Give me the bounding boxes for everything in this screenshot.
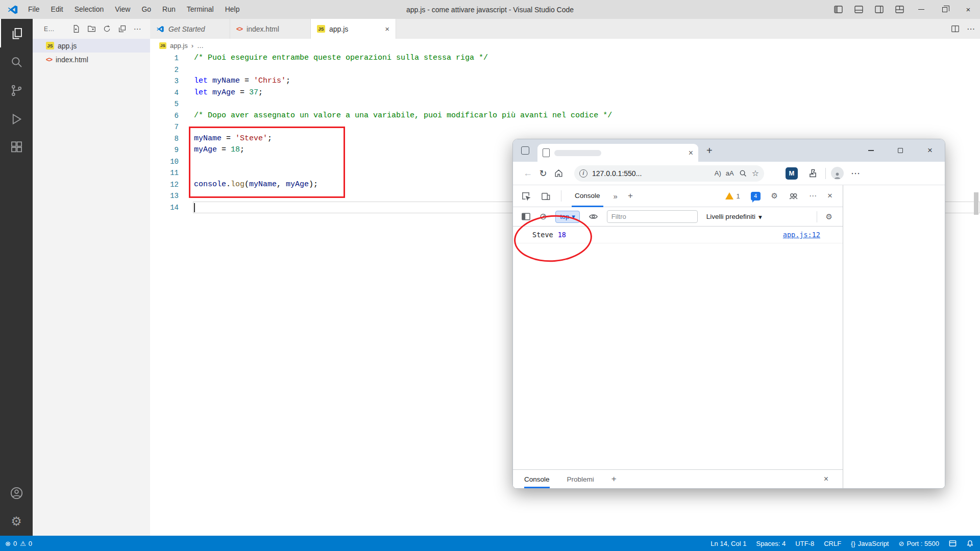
tab-actions-icon[interactable] [521, 146, 529, 155]
add-panel-icon[interactable]: + [628, 191, 633, 201]
console-filter-input[interactable] [607, 210, 698, 223]
explorer-more-actions-icon[interactable]: ⋯ [130, 22, 145, 36]
code-line-7[interactable] [194, 121, 980, 133]
new-folder-icon[interactable] [84, 22, 99, 36]
drawer-close-icon[interactable]: × [824, 474, 828, 484]
favorites-star-icon[interactable]: ☆ [752, 168, 759, 178]
close-tab-icon[interactable]: × [689, 148, 693, 158]
console-sidebar-icon[interactable] [521, 212, 531, 221]
javascript-context-dropdown[interactable]: top ▾ [555, 211, 580, 223]
minimize-button[interactable] [910, 0, 933, 19]
devtools-close-icon[interactable]: × [827, 191, 832, 201]
browser-tab[interactable]: × [537, 144, 698, 162]
log-levels-dropdown[interactable]: Livelli predefiniti ▾ [706, 213, 762, 221]
eye-icon[interactable] [589, 212, 598, 221]
code-line-4[interactable]: let myAge = 37; [194, 87, 980, 99]
home-icon[interactable] [551, 166, 566, 181]
live-server-port[interactable]: ⊘ Port : 5500 [898, 540, 939, 547]
tab-app-js[interactable]: JS app.js × [311, 19, 396, 39]
eol-sequence[interactable]: CRLF [824, 540, 841, 547]
customize-layout-icon[interactable] [889, 0, 910, 19]
page-content[interactable] [843, 185, 945, 488]
search-activity-icon[interactable] [0, 47, 33, 76]
code-line-2[interactable] [194, 64, 980, 76]
toggle-secondary-sidebar-icon[interactable] [869, 0, 889, 19]
devtools-settings-gear-icon[interactable]: ⚙ [771, 191, 778, 201]
breadcrumb-file[interactable]: app.js [170, 42, 188, 49]
breadcrumb[interactable]: JS app.js › … [150, 39, 980, 53]
menu-run[interactable]: Run [157, 0, 181, 19]
restore-button[interactable] [933, 0, 957, 19]
language-mode[interactable]: {} JavaScript [851, 540, 889, 547]
cursor-position[interactable]: Ln 14, Col 1 [710, 540, 746, 547]
translate-icon[interactable]: aA [726, 169, 734, 177]
code-line-3[interactable]: let myName = 'Chris'; [194, 76, 980, 87]
drawer-add-tab-icon[interactable]: + [611, 474, 617, 484]
devtools-more-menu-icon[interactable]: ⋯ [809, 191, 817, 201]
profile-avatar[interactable] [831, 167, 844, 180]
console-panel-tab[interactable]: Console [572, 185, 603, 207]
breadcrumb-more[interactable]: … [197, 42, 204, 49]
new-file-icon[interactable] [68, 22, 84, 36]
browser-close-button[interactable]: × [915, 139, 945, 162]
tab-index-html[interactable]: <> index.html [230, 19, 311, 39]
code-line-5[interactable] [194, 98, 980, 110]
source-control-activity-icon[interactable] [0, 76, 33, 105]
indentation[interactable]: Spaces: 4 [756, 540, 786, 547]
device-toolbar-icon[interactable] [541, 191, 551, 201]
file-item-indexhtml[interactable]: <> index.html [33, 53, 150, 66]
browser-more-menu-icon[interactable]: ⋯ [848, 166, 863, 181]
toggle-sidebar-icon[interactable] [828, 0, 848, 19]
menu-file[interactable]: File [22, 0, 45, 19]
read-aloud-icon[interactable]: A) [715, 169, 721, 177]
back-icon[interactable]: ← [520, 166, 535, 181]
more-panels-icon[interactable]: » [614, 192, 618, 201]
address-bar[interactable]: i 127.0.0.1:550... A) aA ☆ [574, 165, 764, 182]
warnings-indicator[interactable]: ⚠ 0 [20, 540, 32, 547]
drawer-tab-console[interactable]: Console [524, 470, 550, 488]
zoom-icon[interactable] [739, 169, 747, 178]
layout-icon[interactable] [949, 540, 957, 547]
console-log-entry[interactable]: Steve 18 app.js:12 [513, 227, 843, 243]
split-editor-icon[interactable] [951, 24, 960, 33]
site-info-icon[interactable]: i [579, 169, 587, 178]
errors-indicator[interactable]: ⊗ 0 [5, 540, 17, 547]
m-extension-icon[interactable]: M [786, 167, 798, 180]
url-text[interactable]: 127.0.0.1:550... [592, 169, 642, 178]
close-tab-icon[interactable]: × [385, 24, 389, 33]
editor-scrollbar[interactable] [974, 192, 978, 215]
menu-go[interactable]: Go [136, 0, 157, 19]
profiles-icon[interactable] [789, 191, 798, 201]
editor-more-actions-icon[interactable]: ⋯ [967, 24, 975, 34]
warnings-counter[interactable]: 1 [725, 192, 740, 200]
collapse-folders-icon[interactable] [114, 22, 130, 36]
run-debug-activity-icon[interactable] [0, 105, 33, 133]
menu-help[interactable]: Help [219, 0, 246, 19]
browser-maximize-button[interactable] [886, 139, 915, 162]
encoding[interactable]: UTF-8 [795, 540, 814, 547]
extensions-activity-icon[interactable] [0, 133, 33, 162]
toggle-panel-icon[interactable] [848, 0, 869, 19]
clear-console-icon[interactable]: ⊘ [540, 211, 547, 222]
refresh-icon[interactable]: ↻ [535, 166, 551, 181]
extensions-puzzle-icon[interactable] [805, 166, 820, 181]
close-button[interactable]: × [957, 0, 980, 19]
explorer-activity-icon[interactable] [0, 19, 33, 47]
menu-edit[interactable]: Edit [45, 0, 69, 19]
tab-get-started[interactable]: Get Started [150, 19, 230, 39]
messages-counter[interactable]: 4 [751, 192, 761, 201]
menu-terminal[interactable]: Terminal [181, 0, 219, 19]
file-item-appjs[interactable]: JS app.js [33, 39, 150, 53]
menu-view[interactable]: View [109, 0, 136, 19]
inspect-element-icon[interactable] [521, 191, 531, 201]
account-icon[interactable] [0, 479, 33, 507]
notifications-bell-icon[interactable] [966, 540, 974, 547]
code-line-1[interactable]: /* Puoi eseguire entrambe queste operazi… [194, 53, 980, 64]
new-tab-icon[interactable]: + [706, 145, 713, 157]
menu-selection[interactable]: Selection [69, 0, 110, 19]
drawer-tab-problems[interactable]: Problemi [567, 470, 594, 488]
browser-minimize-button[interactable] [856, 139, 886, 162]
console-settings-gear-icon[interactable]: ⚙ [826, 212, 832, 221]
refresh-explorer-icon[interactable] [99, 22, 114, 36]
log-source-link[interactable]: app.js:12 [783, 231, 820, 239]
